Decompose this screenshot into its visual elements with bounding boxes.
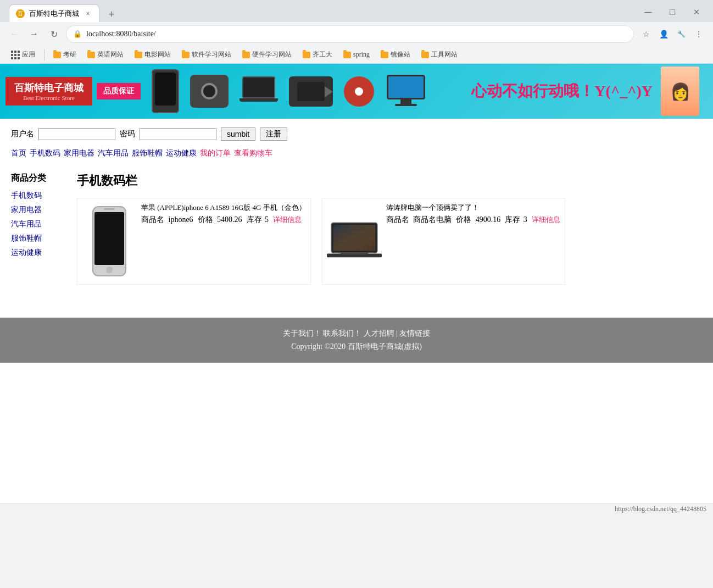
nav-cart[interactable]: 查看购物车 — [234, 148, 272, 158]
address-bar-row: ← → ↻ 🔒 localhost:8080/baisite/ ☆ 👤 🔧 ⋮ — [0, 22, 713, 46]
nav-clothing[interactable]: 服饰鞋帽 — [132, 148, 163, 158]
folder-icon-7 — [343, 52, 351, 58]
bookmark-3[interactable]: 电影网站 — [130, 48, 175, 62]
folder-icon-9 — [421, 52, 429, 58]
svg-rect-8 — [333, 225, 375, 251]
banner-slogan: 心动不如行动哦！Y(^_^)Y 👩 — [471, 66, 702, 116]
folder-icon-3 — [135, 52, 142, 58]
sidebar-link-clothing[interactable]: 服饰鞋帽 — [11, 234, 66, 243]
svg-point-2 — [106, 267, 113, 273]
bookmark-1[interactable]: 考研 — [49, 48, 81, 62]
banner-logo: 百斯特电子商城 Best Electronic Store — [5, 77, 92, 106]
apps-grid-icon — [11, 51, 20, 59]
bookmark-9[interactable]: 工具网站 — [417, 48, 462, 62]
nav-home[interactable]: 首页 — [11, 148, 26, 158]
detail-link-1[interactable]: 详细信息 — [273, 215, 302, 225]
stock-label-1: 库存 — [247, 215, 262, 224]
bookmark-label-3: 电影网站 — [144, 50, 171, 59]
product-price-meta-1: 价格 5400.26 — [198, 215, 242, 225]
bookmark-star-button[interactable]: ☆ — [638, 26, 654, 42]
tab-close-button[interactable]: × — [83, 9, 92, 18]
banner-quality-badge: 品质保证 — [97, 83, 141, 99]
bookmark-label-6: 齐工大 — [313, 50, 332, 59]
bookmark-7[interactable]: spring — [339, 48, 374, 61]
login-area: 用户名 密码 sumbit 注册 — [0, 119, 713, 145]
banner-camera-image — [190, 75, 229, 108]
product-shortname-2: 商品名电脑 — [413, 215, 452, 224]
bookmark-apps[interactable]: 应用 — [7, 48, 40, 62]
category-title: 手机数码栏 — [77, 173, 702, 189]
nav-myorders[interactable]: 我的订单 — [200, 148, 231, 158]
banner-logo-subtitle: Best Electronic Store — [23, 95, 74, 101]
sidebar-link-auto[interactable]: 汽车用品 — [11, 219, 66, 229]
bookmark-2[interactable]: 英语网站 — [83, 48, 128, 62]
extensions-button[interactable]: 🔧 — [673, 26, 689, 42]
reload-button[interactable]: ↻ — [46, 26, 62, 42]
maximize-button[interactable]: □ — [665, 4, 680, 20]
price-label-1: 价格 — [198, 215, 213, 224]
sidebar-link-sports[interactable]: 运动健康 — [11, 248, 66, 258]
footer-links: 关于我们！ 联系我们！ 人才招聘 | 友情链接 — [11, 329, 702, 339]
register-button[interactable]: 注册 — [260, 127, 287, 141]
bookmark-5[interactable]: 硬件学习网站 — [238, 48, 296, 62]
product-details-1: 商品名 iphone6 价格 5400.26 库存 5 — [141, 215, 306, 225]
bookmark-label-7: spring — [353, 51, 370, 59]
status-bar: https://blog.csdn.net/qq_44248805 — [0, 503, 713, 514]
folder-icon — [53, 52, 61, 58]
footer-jobs[interactable]: 人才招聘 — [364, 329, 394, 337]
bookmark-8[interactable]: 镜像站 — [376, 48, 415, 62]
secure-icon: 🔒 — [73, 30, 82, 38]
bookmark-label-9: 工具网站 — [431, 50, 458, 59]
menu-button[interactable]: ⋮ — [691, 26, 706, 42]
footer-about[interactable]: 关于我们！ — [283, 329, 321, 337]
new-tab-button[interactable]: + — [104, 7, 119, 22]
banner-disk-image — [344, 76, 374, 107]
sidebar-link-appliance[interactable]: 家用电器 — [11, 205, 66, 215]
svg-rect-1 — [94, 212, 124, 265]
page-content: 百斯特电子商城 Best Electronic Store 品质保证 — [0, 64, 713, 503]
submit-button[interactable]: sumbit — [221, 127, 255, 141]
product-name-label-1: 商品名 — [141, 215, 164, 224]
laptop-image — [327, 217, 382, 266]
forward-button[interactable]: → — [26, 26, 42, 42]
product-price-meta-2: 价格 4900.16 — [456, 215, 500, 225]
product-image-1 — [82, 203, 137, 280]
bookmark-6[interactable]: 齐工大 — [298, 48, 337, 62]
nav-auto[interactable]: 汽车用品 — [98, 148, 129, 158]
folder-icon-6 — [303, 52, 310, 58]
footer-contact[interactable]: 联系我们！ — [323, 329, 361, 337]
username-input[interactable] — [38, 128, 115, 140]
price-value-2: 4900.16 — [476, 215, 501, 224]
bookmark-4[interactable]: 软件学习网站 — [177, 48, 236, 62]
product-info-1: 苹果 (APPLE)iphone 6 A1589 16G版 4G 手机（金色） … — [141, 203, 306, 225]
status-link: https://blog.csdn.net/qq_44248805 — [615, 505, 706, 513]
folder-icon-2 — [87, 52, 95, 58]
folder-icon-5 — [242, 52, 250, 58]
sidebar-link-mobile[interactable]: 手机数码 — [11, 191, 66, 201]
bookmark-label-8: 镜像站 — [391, 50, 410, 59]
product-name-2: 涛涛牌电脑一个顶俩卖了了！ — [386, 203, 560, 213]
minimize-button[interactable]: ─ — [640, 4, 656, 20]
bookmark-label-4: 软件学习网站 — [192, 50, 231, 59]
nav-appliance[interactable]: 家用电器 — [64, 148, 94, 158]
footer-friends[interactable]: 友情链接 — [399, 329, 430, 337]
address-bar[interactable]: 🔒 localhost:8080/baisite/ — [66, 25, 634, 43]
nav-sports[interactable]: 运动健康 — [166, 148, 197, 158]
iphone-image — [90, 206, 129, 277]
active-tab[interactable]: 百 百斯特电子商城 × — [9, 4, 99, 22]
password-input[interactable] — [140, 128, 216, 140]
profile-icon-button[interactable]: 👤 — [656, 26, 671, 42]
product-name-1: 苹果 (APPLE)iphone 6 A1589 16G版 4G 手机（金色） — [141, 203, 306, 213]
product-shortname-1: iphone6 — [169, 215, 193, 224]
product-stock-meta-2: 库存 3 — [505, 215, 527, 225]
back-button[interactable]: ← — [7, 26, 22, 42]
close-window-button[interactable]: × — [689, 4, 704, 20]
stock-label-2: 库存 — [505, 215, 520, 224]
stock-value-2: 3 — [523, 215, 527, 224]
tab-title: 百斯特电子商城 — [29, 9, 79, 19]
bookmark-label-1: 考研 — [63, 50, 76, 59]
detail-link-2[interactable]: 详细信息 — [532, 215, 560, 225]
product-name-label-2: 商品名 — [386, 215, 409, 224]
nav-mobile[interactable]: 手机数码 — [30, 148, 60, 158]
footer: 关于我们！ 联系我们！ 人才招聘 | 友情链接 Copyright ©2020 … — [0, 318, 713, 363]
